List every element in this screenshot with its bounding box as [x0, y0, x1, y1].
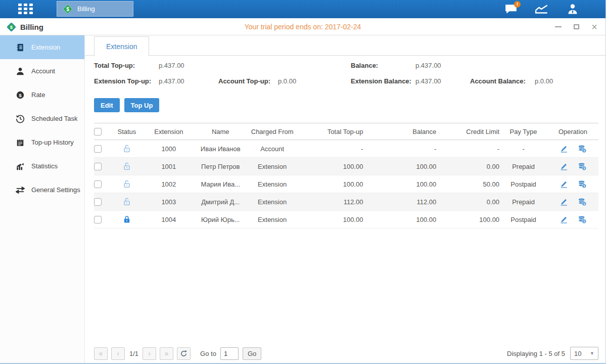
column-header-charged-from: Charged From [247, 123, 298, 140]
sidebar-item-statistics[interactable]: Statistics [0, 154, 84, 178]
cell-charged-from: Extension [247, 158, 298, 175]
row-checkbox[interactable] [94, 163, 102, 170]
user-account-button[interactable] [564, 3, 581, 16]
go-button[interactable]: Go [243, 347, 261, 360]
sidebar-item-label: Statistics [31, 162, 58, 170]
page-size-value: 10 [574, 350, 581, 357]
cell-pay-type: - [499, 140, 547, 158]
table-body: 1000Иван ИвановAccount----$1001Петр Петр… [94, 140, 598, 229]
close-button[interactable]: × [590, 23, 598, 31]
notifications-button[interactable]: ! [502, 3, 520, 16]
displaying-text: Displaying 1 - 5 of 5 [507, 350, 565, 357]
sidebar-item-label: Rate [31, 91, 45, 99]
sidebar-item-top-up-history[interactable]: Top-up History [0, 130, 84, 154]
desktop-topbar: $ Billing ! [0, 0, 605, 18]
cell-pay-type: Postpaid [499, 175, 547, 193]
table-row-extension-1000: 1000Иван ИвановAccount----$ [94, 140, 598, 158]
cell-total-topup: - [298, 140, 363, 158]
notepad-icon [15, 138, 25, 147]
cell-name: Иван Иванов [194, 140, 247, 158]
balance-summary: Total Top-up: p.437.00 Balance: p.437.00… [94, 60, 598, 93]
edit-pencil-icon[interactable] [560, 179, 569, 189]
cell-balance: 112.00 [363, 193, 436, 211]
sidebar-item-scheduled-task[interactable]: Scheduled Task [0, 107, 84, 130]
cell-name: Дмитрий Д... [194, 193, 247, 211]
dollar-circle-icon: $ [15, 90, 25, 100]
edit-pencil-icon[interactable] [560, 215, 569, 224]
sidebar: ExtensionAccount$RateScheduled TaskTop-u… [0, 35, 85, 364]
cell-total-topup: 100.00 [298, 158, 363, 175]
linechart-icon [535, 4, 549, 15]
notification-badge: ! [514, 1, 521, 8]
refresh-icon [180, 350, 188, 357]
goto-page-input[interactable] [220, 347, 239, 360]
lock-closed-icon [122, 215, 131, 224]
table-row-extension-1002: 1002Мария Ива...Extension100.00100.0050.… [94, 175, 598, 193]
row-checkbox[interactable] [94, 216, 102, 223]
first-page-button[interactable]: « [94, 347, 108, 360]
cell-credit-limit: 0.00 [436, 193, 499, 211]
cell-extension: 1000 [144, 140, 194, 158]
column-header-extension: Extension [144, 123, 194, 140]
cell-balance: 100.00 [363, 175, 436, 193]
column-header-total-top-up: Total Top-up [298, 123, 363, 140]
top-up-button[interactable]: Top Up [124, 98, 160, 112]
extension-balance-value: p.437.00 [415, 77, 441, 85]
sidebar-item-general-settings[interactable]: General Settings [0, 178, 84, 202]
taskbar-tab-label: Billing [77, 5, 95, 13]
edit-pencil-icon[interactable] [560, 144, 569, 153]
account-balance-label: Account Balance: [470, 77, 526, 85]
cell-pay-type: Prepaid [499, 193, 547, 211]
topbar-right-icons: ! [502, 0, 581, 18]
refresh-button[interactable] [177, 347, 191, 360]
extension-topup-value: p.437.00 [159, 77, 184, 85]
svg-text:$: $ [66, 6, 69, 12]
sidebar-item-extension[interactable]: Extension [0, 35, 84, 59]
sidebar-item-account[interactable]: Account [0, 59, 84, 83]
cell-pay-type: Postpaid [499, 211, 547, 229]
cell-extension: 1004 [144, 211, 194, 229]
select-all-checkbox[interactable] [94, 128, 102, 135]
page-size-select[interactable]: 10 ▼ [570, 347, 598, 360]
minimize-button[interactable] [554, 23, 562, 31]
cell-credit-limit: 50.00 [436, 175, 499, 193]
edit-pencil-icon[interactable] [560, 197, 569, 206]
cell-credit-limit: 0.00 [436, 158, 499, 175]
tab-extension[interactable]: Extension [94, 36, 149, 56]
goto-label: Go to [200, 350, 216, 357]
resource-monitor-button[interactable] [533, 3, 550, 16]
billing-app-window: $ Billing ! [0, 0, 606, 364]
topup-coins-icon[interactable]: $ [578, 144, 587, 153]
sidebar-item-rate[interactable]: $Rate [0, 83, 84, 107]
row-checkbox[interactable] [94, 198, 102, 206]
sidebar-item-label: Account [31, 67, 55, 75]
prev-page-button[interactable]: ‹ [111, 347, 125, 360]
pagination-bar: « ‹ 1/1 › » Go to Go Displaying 1 - 5 of… [94, 347, 598, 360]
account-balance-value: p.0.00 [535, 77, 553, 85]
column-header-credit-limit: Credit Limit [436, 123, 499, 140]
edit-button[interactable]: Edit [94, 98, 120, 112]
main-menu-grid-icon[interactable] [17, 3, 36, 15]
lock-open-icon [122, 162, 131, 171]
tab-strip: Extension [85, 36, 605, 56]
sidebar-item-label: Extension [31, 43, 60, 51]
sidebar-item-label: General Settings [31, 186, 80, 194]
extensions-table: StatusExtensionNameCharged FromTotal Top… [94, 123, 598, 229]
topup-coins-icon[interactable]: $ [578, 179, 587, 189]
chevron-down-icon: ▼ [590, 351, 594, 356]
account-topup-value: p.0.00 [278, 77, 296, 85]
taskbar-billing-tab[interactable]: $ Billing [57, 1, 133, 17]
cell-charged-from: Extension [247, 175, 298, 193]
last-page-button[interactable]: » [160, 347, 173, 360]
row-checkbox[interactable] [94, 180, 102, 188]
topup-coins-icon[interactable]: $ [578, 162, 587, 171]
next-page-button[interactable]: › [143, 347, 156, 360]
column-header-name: Name [194, 123, 247, 140]
topup-coins-icon[interactable]: $ [578, 215, 587, 224]
edit-pencil-icon[interactable] [560, 162, 569, 171]
topup-coins-icon[interactable]: $ [578, 197, 587, 206]
cell-charged-from: Account [247, 140, 298, 158]
row-checkbox[interactable] [94, 145, 102, 153]
maximize-button[interactable] [572, 23, 580, 31]
cell-name: Петр Петров [194, 158, 247, 175]
